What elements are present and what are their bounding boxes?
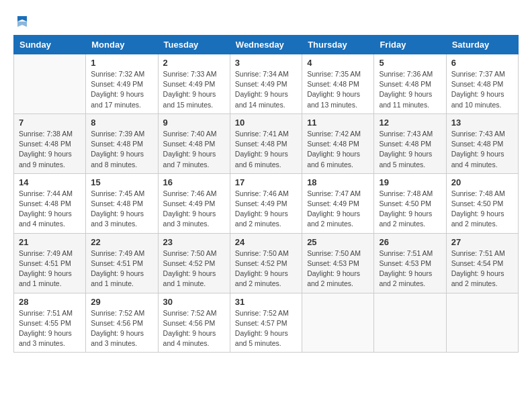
page-header [13,13,519,28]
day-info: Sunrise: 7:52 AMSunset: 4:56 PMDaylight:… [163,308,225,349]
day-info: Sunrise: 7:44 AMSunset: 4:48 PMDaylight:… [19,189,81,230]
calendar-cell: 13Sunrise: 7:43 AMSunset: 4:48 PMDayligh… [446,113,518,173]
logo-flag-icon [15,13,30,28]
calendar-cell: 1Sunrise: 7:32 AMSunset: 4:49 PMDaylight… [86,54,158,114]
calendar-cell [14,54,86,114]
day-number: 25 [307,237,369,247]
day-number: 6 [451,58,513,68]
day-info: Sunrise: 7:47 AMSunset: 4:49 PMDaylight:… [307,189,369,230]
calendar-cell: 11Sunrise: 7:42 AMSunset: 4:48 PMDayligh… [302,113,374,173]
calendar-cell: 15Sunrise: 7:45 AMSunset: 4:48 PMDayligh… [86,173,158,233]
column-header-sunday: Sunday [14,36,86,54]
day-number: 30 [163,297,225,307]
day-info: Sunrise: 7:50 AMSunset: 4:53 PMDaylight:… [307,248,369,289]
column-header-friday: Friday [374,36,446,54]
day-number: 21 [19,237,81,247]
calendar-cell: 10Sunrise: 7:41 AMSunset: 4:48 PMDayligh… [230,113,302,173]
day-number: 2 [163,58,225,68]
day-number: 14 [19,177,81,187]
day-number: 5 [379,58,441,68]
calendar-table: SundayMondayTuesdayWednesdayThursdayFrid… [13,35,519,353]
calendar-cell: 14Sunrise: 7:44 AMSunset: 4:48 PMDayligh… [14,173,86,233]
day-number: 26 [379,237,441,247]
day-number: 22 [91,237,152,247]
day-number: 23 [163,237,225,247]
day-info: Sunrise: 7:33 AMSunset: 4:49 PMDaylight:… [163,69,225,110]
calendar-cell: 26Sunrise: 7:51 AMSunset: 4:53 PMDayligh… [374,233,446,293]
calendar-cell: 22Sunrise: 7:49 AMSunset: 4:51 PMDayligh… [86,233,158,293]
calendar-cell: 18Sunrise: 7:47 AMSunset: 4:49 PMDayligh… [302,173,374,233]
calendar-cell: 8Sunrise: 7:39 AMSunset: 4:48 PMDaylight… [86,113,158,173]
calendar-cell: 17Sunrise: 7:46 AMSunset: 4:49 PMDayligh… [230,173,302,233]
calendar-cell: 7Sunrise: 7:38 AMSunset: 4:48 PMDaylight… [14,113,86,173]
logo [13,13,30,28]
calendar-week-row: 14Sunrise: 7:44 AMSunset: 4:48 PMDayligh… [14,173,519,233]
day-info: Sunrise: 7:52 AMSunset: 4:57 PMDaylight:… [235,308,297,349]
day-info: Sunrise: 7:51 AMSunset: 4:54 PMDaylight:… [451,248,513,289]
calendar-cell: 4Sunrise: 7:35 AMSunset: 4:48 PMDaylight… [302,54,374,114]
day-info: Sunrise: 7:43 AMSunset: 4:48 PMDaylight:… [451,129,513,170]
day-info: Sunrise: 7:32 AMSunset: 4:49 PMDaylight:… [91,69,152,110]
day-info: Sunrise: 7:49 AMSunset: 4:51 PMDaylight:… [91,248,152,289]
calendar-cell: 9Sunrise: 7:40 AMSunset: 4:48 PMDaylight… [158,113,230,173]
day-info: Sunrise: 7:35 AMSunset: 4:48 PMDaylight:… [307,69,369,110]
day-info: Sunrise: 7:48 AMSunset: 4:50 PMDaylight:… [451,189,513,230]
day-info: Sunrise: 7:38 AMSunset: 4:48 PMDaylight:… [19,129,81,170]
day-info: Sunrise: 7:50 AMSunset: 4:52 PMDaylight:… [163,248,225,289]
calendar-cell: 31Sunrise: 7:52 AMSunset: 4:57 PMDayligh… [230,293,302,353]
day-info: Sunrise: 7:37 AMSunset: 4:48 PMDaylight:… [451,69,513,110]
column-header-thursday: Thursday [302,36,374,54]
day-info: Sunrise: 7:48 AMSunset: 4:50 PMDaylight:… [379,189,441,230]
day-info: Sunrise: 7:39 AMSunset: 4:48 PMDaylight:… [91,129,152,170]
day-info: Sunrise: 7:43 AMSunset: 4:48 PMDaylight:… [379,129,441,170]
calendar-cell: 29Sunrise: 7:52 AMSunset: 4:56 PMDayligh… [86,293,158,353]
calendar-cell: 25Sunrise: 7:50 AMSunset: 4:53 PMDayligh… [302,233,374,293]
svg-marker-1 [17,21,27,27]
calendar-cell: 19Sunrise: 7:48 AMSunset: 4:50 PMDayligh… [374,173,446,233]
day-number: 31 [235,297,297,307]
calendar-cell: 2Sunrise: 7:33 AMSunset: 4:49 PMDaylight… [158,54,230,114]
calendar-cell: 5Sunrise: 7:36 AMSunset: 4:48 PMDaylight… [374,54,446,114]
day-info: Sunrise: 7:46 AMSunset: 4:49 PMDaylight:… [163,189,225,230]
calendar-cell: 6Sunrise: 7:37 AMSunset: 4:48 PMDaylight… [446,54,518,114]
svg-marker-0 [17,16,27,21]
calendar-week-row: 1Sunrise: 7:32 AMSunset: 4:49 PMDaylight… [14,54,519,114]
day-info: Sunrise: 7:46 AMSunset: 4:49 PMDaylight:… [235,189,297,230]
day-number: 7 [19,118,81,128]
day-info: Sunrise: 7:40 AMSunset: 4:48 PMDaylight:… [163,129,225,170]
calendar-cell [446,293,518,353]
calendar-cell: 23Sunrise: 7:50 AMSunset: 4:52 PMDayligh… [158,233,230,293]
day-number: 8 [91,118,152,128]
day-info: Sunrise: 7:36 AMSunset: 4:48 PMDaylight:… [379,69,441,110]
day-number: 1 [91,58,152,68]
day-number: 15 [91,177,152,187]
day-number: 12 [379,118,441,128]
day-number: 24 [235,237,297,247]
calendar-cell: 3Sunrise: 7:34 AMSunset: 4:49 PMDaylight… [230,54,302,114]
calendar-cell: 16Sunrise: 7:46 AMSunset: 4:49 PMDayligh… [158,173,230,233]
day-info: Sunrise: 7:50 AMSunset: 4:52 PMDaylight:… [235,248,297,289]
day-info: Sunrise: 7:49 AMSunset: 4:51 PMDaylight:… [19,248,81,289]
column-header-monday: Monday [86,36,158,54]
day-number: 13 [451,118,513,128]
day-info: Sunrise: 7:41 AMSunset: 4:48 PMDaylight:… [235,129,297,170]
day-number: 17 [235,177,297,187]
day-number: 16 [163,177,225,187]
calendar-cell [302,293,374,353]
day-info: Sunrise: 7:45 AMSunset: 4:48 PMDaylight:… [91,189,152,230]
day-number: 3 [235,58,297,68]
calendar-week-row: 21Sunrise: 7:49 AMSunset: 4:51 PMDayligh… [14,233,519,293]
calendar-cell: 27Sunrise: 7:51 AMSunset: 4:54 PMDayligh… [446,233,518,293]
day-number: 9 [163,118,225,128]
column-header-saturday: Saturday [446,36,518,54]
day-number: 27 [451,237,513,247]
day-info: Sunrise: 7:51 AMSunset: 4:53 PMDaylight:… [379,248,441,289]
calendar-week-row: 28Sunrise: 7:51 AMSunset: 4:55 PMDayligh… [14,293,519,353]
calendar-cell [374,293,446,353]
day-number: 18 [307,177,369,187]
day-number: 11 [307,118,369,128]
calendar-cell: 21Sunrise: 7:49 AMSunset: 4:51 PMDayligh… [14,233,86,293]
day-number: 19 [379,177,441,187]
day-info: Sunrise: 7:52 AMSunset: 4:56 PMDaylight:… [91,308,152,349]
calendar-cell: 12Sunrise: 7:43 AMSunset: 4:48 PMDayligh… [374,113,446,173]
